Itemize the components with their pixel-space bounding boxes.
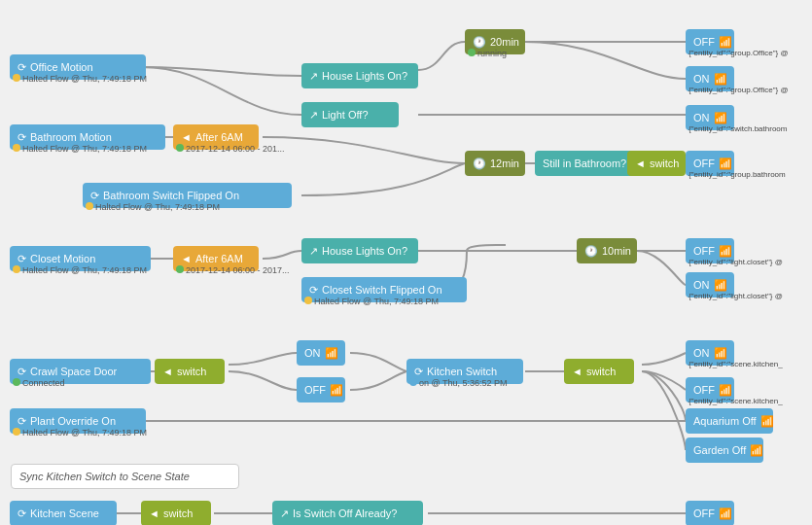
wifi-icon: 📶 xyxy=(325,347,338,360)
wifi-icon: 📶 xyxy=(719,508,732,520)
on-crawl-node[interactable]: ON 📶 xyxy=(297,340,345,366)
node-label: switch xyxy=(163,508,194,519)
node-label: 10min xyxy=(602,245,631,257)
node-icon: ⟳ xyxy=(18,253,26,265)
office-motion-status: Halted Flow @ Thu, 7:49:18 PM xyxy=(13,74,147,84)
bathroom-switch-status: Halted Flow @ Thu, 7:49:18 PM xyxy=(86,202,220,212)
wifi-icon: 📶 xyxy=(714,73,727,86)
node-label: OFF xyxy=(693,384,715,396)
node-icon: ⟳ xyxy=(18,508,26,520)
crawl-space-status: Connected xyxy=(13,378,65,388)
timer-10min-node[interactable]: 🕐 10min xyxy=(577,238,637,263)
clock-icon: 🕐 xyxy=(473,158,486,170)
arrow-icon: ↗ xyxy=(280,508,289,520)
timer-12min-node[interactable]: 🕐 12min xyxy=(465,151,525,176)
after-6am-bath-status: 2017-12-14 06:00 - 201... xyxy=(176,144,285,154)
node-icon: ◄ xyxy=(181,131,192,143)
node-icon: ⟳ xyxy=(90,190,99,202)
node-icon: ◄ xyxy=(635,158,646,169)
node-icon: ⟳ xyxy=(18,415,26,428)
node-icon: ⟳ xyxy=(414,366,423,378)
node-label: ON xyxy=(693,112,710,123)
node-label: ON xyxy=(304,347,321,359)
node-icon: ⟳ xyxy=(18,131,26,144)
clock-icon: 🕐 xyxy=(473,36,486,49)
node-label: After 6AM xyxy=(195,253,243,264)
node-label: OFF xyxy=(304,384,326,396)
node-label: switch xyxy=(586,366,617,377)
kitchen-scene-node[interactable]: ⟳ Kitchen Scene xyxy=(10,501,117,525)
kitchen-switch-status: on @ Thu, 5:36:52 PM xyxy=(409,378,508,388)
node-icon: ◄ xyxy=(162,366,173,377)
house-lights-2-node[interactable]: ↗ House Lights On? xyxy=(301,238,418,263)
entity-on-kitchen: {"entity_id":"scene.kitchen_ xyxy=(688,360,783,368)
node-label: Plant Override On xyxy=(30,415,116,427)
node-label: Garden Off xyxy=(693,444,746,456)
node-label: ON xyxy=(693,73,710,85)
entity-on-2: {"entity_id":"switch.bathroom xyxy=(688,124,787,133)
entity-off-bath: {"entity_id":"group.bathroom xyxy=(688,170,786,179)
node-label: Still in Bathroom? xyxy=(543,158,626,169)
sync-kitchen-node[interactable]: Sync Kitchen Switch to Scene State xyxy=(11,464,239,489)
node-label: House Lights On? xyxy=(322,70,407,82)
node-label: Crawl Space Door xyxy=(30,366,117,377)
switch-crawl-node[interactable]: ◄ switch xyxy=(155,359,225,384)
node-label: Sync Kitchen Switch to Scene State xyxy=(19,471,190,482)
garden-off-node[interactable]: Garden Off 📶 xyxy=(686,438,763,463)
node-icon: ⟳ xyxy=(18,61,26,74)
plant-override-status: Halted Flow @ Thu, 7:49:18 PM xyxy=(13,428,147,438)
switch-bath-node[interactable]: ◄ switch xyxy=(627,151,686,176)
off-crawl-node[interactable]: OFF 📶 xyxy=(297,377,345,402)
node-label: Office Motion xyxy=(30,61,93,73)
is-switch-off-node[interactable]: ↗ Is Switch Off Already? xyxy=(272,501,423,525)
node-icon: ◄ xyxy=(149,508,159,519)
entity-off-closet: {"entity_id":"light.closet"} @ xyxy=(688,258,783,266)
house-lights-1-node[interactable]: ↗ House Lights On? xyxy=(301,63,418,88)
node-label: House Lights On? xyxy=(322,245,407,257)
clock-icon: 🕐 xyxy=(584,245,598,258)
light-off-node[interactable]: ↗ Light Off? xyxy=(301,102,399,127)
switch-scene-node[interactable]: ◄ switch xyxy=(141,501,211,525)
node-label: Kitchen Switch xyxy=(427,366,497,377)
node-label: OFF xyxy=(693,508,715,519)
wifi-icon: 📶 xyxy=(719,36,732,49)
wifi-icon: 📶 xyxy=(719,158,732,170)
wifi-icon: 📶 xyxy=(719,245,732,258)
node-icon: ⟳ xyxy=(309,284,318,297)
wifi-icon: 📶 xyxy=(760,415,774,428)
wifi-icon: 📶 xyxy=(719,384,732,397)
node-label: 12min xyxy=(490,158,519,169)
arrow-icon: ↗ xyxy=(309,245,318,258)
node-icon: ◄ xyxy=(181,253,192,264)
node-label: ON xyxy=(693,279,710,291)
node-label: OFF xyxy=(693,36,715,48)
node-label: Kitchen Scene xyxy=(30,508,99,519)
node-label: Bathroom Switch Flipped On xyxy=(103,190,239,201)
node-label: OFF xyxy=(693,158,715,169)
closet-motion-status: Halted Flow @ Thu, 7:49:18 PM xyxy=(13,265,147,275)
wifi-icon: 📶 xyxy=(714,347,727,360)
aquarium-off-node[interactable]: Aquarium Off 📶 xyxy=(686,408,773,434)
node-label: switch xyxy=(177,366,207,377)
off-scene-node[interactable]: OFF 📶 xyxy=(686,501,734,525)
flow-canvas: ⟳ Office Motion Halted Flow @ Thu, 7:49:… xyxy=(0,0,812,525)
timer-20min-status: running xyxy=(468,49,507,58)
node-label: Light Off? xyxy=(322,109,369,121)
closet-switch-status: Halted Flow @ Thu, 7:49:18 PM xyxy=(304,297,439,306)
wifi-icon: 📶 xyxy=(330,384,343,397)
entity-off-1: {"entity_id":"group.Office"} @ xyxy=(688,49,789,57)
arrow-icon: ↗ xyxy=(309,109,318,122)
after-6am-closet-status: 2017-12-14 06:00 - 2017... xyxy=(176,265,290,275)
wifi-icon: 📶 xyxy=(714,112,727,124)
switch-kitchen-node[interactable]: ◄ switch xyxy=(564,359,634,384)
node-icon: ◄ xyxy=(572,366,583,377)
wifi-icon: 📶 xyxy=(750,444,763,457)
entity-on-closet: {"entity_id":"light.closet"} @ xyxy=(688,292,783,300)
wifi-icon: 📶 xyxy=(714,279,727,292)
node-label: Is Switch Off Already? xyxy=(293,508,397,519)
node-label: Closet Switch Flipped On xyxy=(322,284,442,296)
node-label: switch xyxy=(650,158,680,169)
node-label: Bathroom Motion xyxy=(30,131,112,143)
node-label: Closet Motion xyxy=(30,253,95,264)
node-label: 20min xyxy=(490,36,519,48)
